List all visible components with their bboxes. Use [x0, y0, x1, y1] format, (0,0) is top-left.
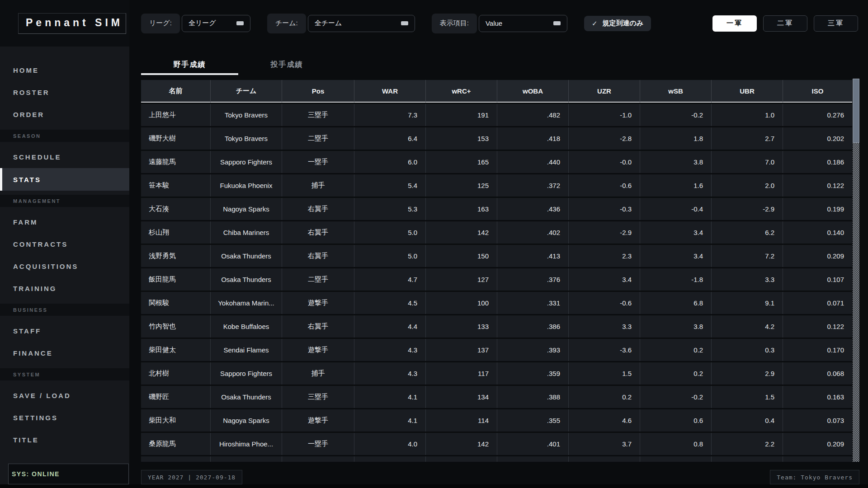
display-item-select[interactable]: Value — [479, 15, 567, 32]
stat-cell: 3.4 — [640, 245, 712, 267]
sidebar-item-save-load[interactable]: SAVE / LOAD — [0, 385, 129, 407]
team-status-label: Team: Tokyo Bravers — [777, 474, 853, 481]
sidebar-item-finance[interactable]: FINANCE — [0, 342, 129, 364]
filter-bar: リーグ: 全リーグ チーム: 全チーム 表示項目: Value — [129, 0, 868, 47]
stat-cell: 2.3 — [569, 245, 640, 267]
system-status-label: SYS: ONLINE — [12, 470, 60, 478]
column-header-pos[interactable]: Pos — [282, 80, 354, 103]
table-row[interactable]: 飯田龍馬Osaka Thunders二塁手4.7127.3763.4-1.83.… — [141, 268, 852, 291]
tab-batting-stats[interactable]: 野手成績 — [141, 57, 238, 75]
tab-pitching-stats[interactable]: 投手成績 — [238, 57, 335, 75]
stat-cell: 163 — [426, 198, 497, 220]
squad-button-3[interactable]: 三軍 — [814, 15, 858, 32]
stat-cell: 7.0 — [712, 151, 783, 173]
stat-cell: 一塁手 — [282, 151, 354, 173]
stat-cell: 4.5 — [354, 292, 426, 314]
column-header-wsb[interactable]: wSB — [640, 80, 712, 103]
stat-cell: 114 — [426, 409, 497, 432]
stat-cell: Fukuoka Phoenix — [211, 174, 282, 197]
stat-cell: 0.122 — [783, 315, 852, 338]
stat-cell: 4.3 — [354, 339, 426, 361]
column-header-woba[interactable]: wOBA — [497, 80, 569, 103]
table-row[interactable]: 柴田健太Sendai Flames遊撃手4.3137.393-3.60.20.3… — [141, 339, 852, 361]
stat-cell: 0.068 — [783, 362, 852, 385]
table-row[interactable]: 杉山翔Chiba Mariners右翼手5.0142.402-2.93.46.2… — [141, 221, 852, 244]
column-header-item[interactable]: 名前 — [141, 80, 211, 103]
stat-cell: .388 — [497, 386, 569, 408]
partial-row — [141, 456, 852, 462]
sidebar-header: Pennant SIM — [0, 0, 129, 47]
stat-cell: 6.2 — [712, 221, 783, 244]
scrollbar-thumb[interactable] — [853, 79, 859, 143]
table-row[interactable]: 上田悠斗Tokyo Bravers三塁手7.3191.482-1.0-0.21.… — [141, 104, 852, 126]
stat-cell: 0.8 — [640, 433, 712, 455]
sidebar-item-roster[interactable]: ROSTER — [0, 81, 129, 103]
stat-cell: Tokyo Bravers — [211, 104, 282, 126]
sidebar-item-schedule[interactable]: SCHEDULE — [0, 146, 129, 168]
stat-cell: Sapporo Fighters — [211, 151, 282, 173]
table-scrollbar[interactable] — [853, 79, 859, 462]
table-row[interactable]: 桑原龍馬Hiroshima Phoe...一塁手4.0142.4013.70.8… — [141, 433, 852, 455]
table-row[interactable]: 関根駿Yokohama Marin...遊撃手4.5100.331-0.66.8… — [141, 292, 852, 314]
table-row[interactable]: 磯野匠Osaka Thunders三塁手4.1134.3880.2-0.21.5… — [141, 386, 852, 408]
stat-cell: 0.202 — [783, 127, 852, 150]
app-logo: Pennant SIM — [18, 13, 126, 34]
column-header-war[interactable]: WAR — [354, 80, 426, 103]
stat-cell: 右翼手 — [282, 315, 354, 338]
stat-cell: 2.0 — [712, 174, 783, 197]
column-header-iso[interactable]: ISO — [783, 80, 852, 103]
stat-cell: 9.1 — [712, 292, 783, 314]
stat-cell: 134 — [426, 386, 497, 408]
sidebar-item-acquisitions[interactable]: ACQUISITIONS — [0, 255, 129, 277]
sidebar-item-contracts[interactable]: CONTRACTS — [0, 233, 129, 255]
table-row[interactable]: 遠藤龍馬Sapporo Fighters一塁手6.0165.440-0.03.8… — [141, 151, 852, 173]
column-header-item[interactable]: チーム — [211, 80, 282, 103]
stat-cell: 5.0 — [354, 221, 426, 244]
qualified-only-toggle[interactable]: ✓ 規定到達のみ — [584, 16, 651, 31]
table-row[interactable]: 磯野大樹Tokyo Bravers二塁手6.4153.418-2.81.82.7… — [141, 127, 852, 150]
stat-cell: 右翼手 — [282, 245, 354, 267]
stat-cell: .393 — [497, 339, 569, 361]
date-status-label: YEAR 2027 | 2027-09-18 — [148, 474, 236, 481]
table-row[interactable]: 北村樹Sapporo Fighters捕手4.3117.3591.50.22.9… — [141, 362, 852, 385]
stat-cell: 5.3 — [354, 198, 426, 220]
stats-tabs: 野手成績投手成績 — [129, 57, 868, 75]
stat-cell: 1.8 — [640, 127, 712, 150]
team-select[interactable]: 全チーム — [308, 15, 415, 32]
display-item-filter-label: 表示項目: — [432, 14, 477, 33]
sidebar-item-settings[interactable]: SETTINGS — [0, 407, 129, 429]
team-filter-group: チーム: 全チーム — [267, 14, 415, 33]
table-header-row: 名前チームPosWARwRC+wOBAUZRwSBUBRISO — [141, 80, 852, 103]
stat-cell: 0.209 — [783, 433, 852, 455]
column-header-wrc[interactable]: wRC+ — [426, 80, 497, 103]
sidebar-item-home[interactable]: HOME — [0, 59, 129, 81]
stat-cell: 0.276 — [783, 104, 852, 126]
stat-cell: -3.6 — [569, 339, 640, 361]
table-row[interactable]: 竹内智也Kobe Buffaloes右翼手4.4133.3863.33.84.2… — [141, 315, 852, 338]
stat-cell: 遊撃手 — [282, 339, 354, 361]
league-select[interactable]: 全リーグ — [182, 15, 250, 32]
column-header-uzr[interactable]: UZR — [569, 80, 640, 103]
stat-cell: -1.0 — [569, 104, 640, 126]
stat-cell: -1.8 — [640, 268, 712, 291]
stat-cell: Nagoya Sparks — [211, 409, 282, 432]
squad-button-2[interactable]: 二軍 — [763, 15, 807, 32]
table-row[interactable]: 柴田大和Nagoya Sparks遊撃手4.1114.3554.60.60.40… — [141, 409, 852, 432]
stat-cell: 0.122 — [783, 174, 852, 197]
sidebar-item-title[interactable]: TITLE — [0, 429, 129, 451]
stat-cell: 5.0 — [354, 245, 426, 267]
stat-cell: .376 — [497, 268, 569, 291]
column-header-ubr[interactable]: UBR — [712, 80, 783, 103]
sidebar-item-training[interactable]: TRAINING — [0, 277, 129, 300]
table-row[interactable]: 浅野勇気Osaka Thunders右翼手5.0150.4132.33.47.2… — [141, 245, 852, 267]
stat-cell: 7.2 — [712, 245, 783, 267]
sidebar-item-farm[interactable]: FARM — [0, 211, 129, 233]
squad-button-1[interactable]: 一軍 — [712, 15, 757, 32]
sidebar-item-stats[interactable]: STATS — [0, 168, 129, 191]
stat-cell: Hiroshima Phoe... — [211, 433, 282, 455]
table-row[interactable]: 笹本駿Fukuoka Phoenix捕手5.4125.372-0.61.62.0… — [141, 174, 852, 197]
table-row[interactable]: 大石湊Nagoya Sparks右翼手5.3163.436-0.3-0.4-2.… — [141, 198, 852, 220]
sidebar-item-order[interactable]: ORDER — [0, 103, 129, 126]
sidebar-item-staff[interactable]: STAFF — [0, 320, 129, 342]
stat-cell: 3.4 — [640, 221, 712, 244]
